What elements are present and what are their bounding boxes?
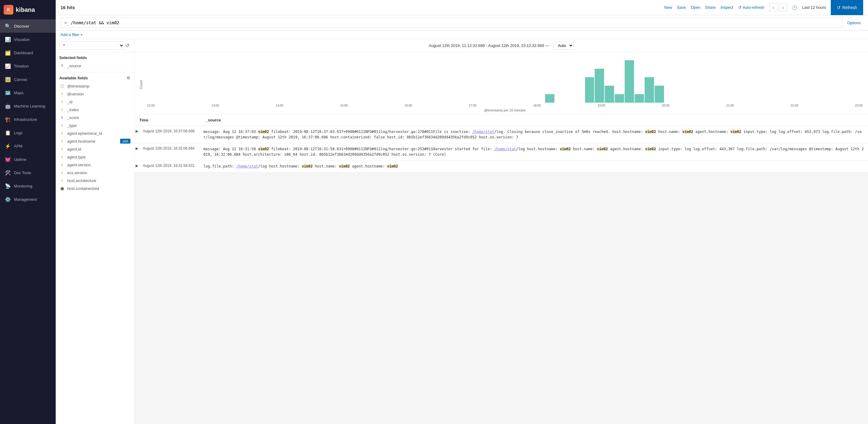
datetime-mode-select[interactable]: Auto (554, 41, 574, 50)
sidebar-item-devtools[interactable]: 🛠️ Dev Tools (0, 166, 56, 179)
results-area: Time ↑ _source ▶ August 12th 2019, 16:37… (134, 115, 868, 172)
discover-icon: 🔍 (5, 23, 11, 29)
row-expand-button[interactable]: ▶ (134, 126, 141, 143)
index-pattern-select[interactable]: * (59, 41, 124, 50)
auto-refresh-button[interactable]: ↺ Auto-refresh (738, 5, 765, 10)
dashboard-icon: 🗂️ (5, 50, 11, 56)
host-arch-type-icon: t (59, 178, 65, 183)
sidebar-item-infrastructure[interactable]: 🏗️ Infrastructure (0, 113, 56, 126)
sidebar-item-uptime[interactable]: 💓 Uptime (0, 153, 56, 166)
source-type-icon: ? (59, 63, 65, 68)
sidebar: K kibana 🔍 Discover 📊 Visualize 🗂️ Dashb… (0, 0, 56, 424)
sidebar-item-logs[interactable]: 📋 Logs (0, 126, 56, 139)
row-time: August 12th 2019, 16:37:06.696 (141, 126, 201, 143)
field-name: _type (67, 123, 77, 128)
sidebar-item-machine-learning[interactable]: 🤖 Machine Learning (0, 99, 56, 113)
histogram-bars (147, 57, 863, 103)
histogram-bar[interactable] (655, 86, 664, 103)
histogram-bar[interactable] (585, 77, 594, 103)
histogram-bar[interactable] (634, 94, 644, 103)
infra-icon: 🏗️ (5, 116, 11, 122)
col-time-header: Time ↑ (139, 118, 206, 122)
devtools-icon: 🛠️ (5, 170, 11, 176)
x-tick-label: 14:00 (276, 104, 283, 107)
field-item-id[interactable]: t _id (56, 98, 134, 106)
kibana-logo-icon: K (4, 5, 13, 15)
canvas-icon: 🖼️ (5, 76, 11, 82)
monitoring-icon: 📡 (5, 183, 11, 189)
body-area: * ↺ Selected fields ? _source Available … (56, 39, 868, 424)
field-item-agent-id[interactable]: t agent.id (56, 145, 134, 153)
open-button[interactable]: Open (691, 5, 700, 10)
new-button[interactable]: New (664, 5, 672, 10)
row-time: August 12th 2019, 16:32:06.684 (141, 143, 201, 160)
field-item-agent-hostname[interactable]: t agent.hostname add (56, 137, 134, 145)
index-type-icon: t (59, 107, 65, 112)
time-back-button[interactable]: ‹ (769, 3, 777, 12)
sidebar-item-discover[interactable]: 🔍 Discover (0, 19, 56, 33)
sidebar-item-label: Uptime (14, 157, 26, 162)
index-refresh-button[interactable]: ↺ (124, 43, 130, 49)
sidebar-item-label: Dashboard (14, 51, 33, 55)
sidebar-item-label: APM (14, 144, 22, 148)
sidebar-item-timelion[interactable]: 📈 Timelion (0, 59, 56, 73)
field-name: agent.id (67, 147, 81, 151)
sidebar-item-maps[interactable]: 🗺️ Maps (0, 86, 56, 99)
ml-icon: 🤖 (5, 103, 11, 109)
highlight-vim02-4: vim02 (645, 147, 656, 151)
search-input[interactable] (71, 20, 838, 25)
host-container-type-icon: ⬤ (59, 186, 65, 191)
highlight-vim02: vim02 (258, 130, 269, 134)
refresh-button[interactable]: ↺ Refresh (831, 0, 863, 15)
filter-bar: Add a filter + (56, 31, 868, 39)
field-item-agent-type[interactable]: t agent.type (56, 153, 134, 161)
histogram-bar[interactable] (615, 94, 624, 103)
agent-version-type-icon: t (59, 162, 65, 168)
x-tick-label: 23:00 (855, 104, 863, 107)
sidebar-item-label: Infrastructure (14, 117, 37, 122)
highlight-vim02: vim02 (258, 147, 269, 151)
x-tick-label: 18:00 (533, 104, 541, 107)
field-item-index[interactable]: t _index (56, 106, 134, 114)
field-item-version[interactable]: t @version (56, 90, 134, 98)
share-button[interactable]: Share (705, 5, 716, 10)
options-link[interactable]: Options (845, 21, 863, 25)
field-item-type[interactable]: t _type (56, 121, 134, 129)
highlight-path: /home/stat (472, 130, 494, 134)
sidebar-item-label: Visualize (14, 37, 30, 42)
histogram-bar[interactable] (545, 94, 554, 103)
sidebar-item-visualize[interactable]: 📊 Visualize (0, 33, 56, 46)
field-item-timestamp[interactable]: 🕐 @timestamp (56, 82, 134, 90)
field-name: agent.ephemeral_id (67, 131, 102, 136)
add-agent-hostname-button[interactable]: add (120, 139, 130, 144)
sidebar-item-dashboard[interactable]: 🗂️ Dashboard (0, 46, 56, 59)
inspect-button[interactable]: Inspect (721, 5, 733, 10)
sidebar-item-management[interactable]: ⚙️ Management (0, 193, 56, 206)
field-name: host.containerized (67, 186, 99, 191)
field-item-score[interactable]: # _score (56, 114, 134, 121)
search-input-wrap: >_ (61, 18, 842, 28)
add-filter-button[interactable]: Add a filter + (61, 32, 83, 37)
field-item-ecs-version[interactable]: t ecs.version (56, 169, 134, 176)
row-expand-button[interactable]: ▶ (134, 143, 141, 160)
histogram-bar[interactable] (605, 86, 614, 103)
score-type-icon: # (59, 115, 65, 120)
apm-icon: ⚡ (5, 143, 11, 149)
row-expand-button[interactable]: ▶ (134, 161, 141, 172)
sidebar-item-apm[interactable]: ⚡ APM (0, 139, 56, 153)
right-panel: August 12th 2019, 11:12:32.689 - August … (134, 39, 868, 424)
histogram-bar[interactable] (595, 69, 604, 103)
histogram-bar[interactable] (625, 60, 634, 103)
field-item-host-containerized[interactable]: ⬤ host.containerized (56, 185, 134, 192)
sort-icon: ↑ (150, 118, 151, 122)
field-item-agent-version[interactable]: t agent.version (56, 161, 134, 169)
sidebar-item-monitoring[interactable]: 📡 Monitoring (0, 179, 56, 193)
uptime-icon: 💓 (5, 156, 11, 162)
fields-settings-button[interactable]: ⚙ (126, 76, 130, 80)
save-button[interactable]: Save (677, 5, 686, 10)
sidebar-item-canvas[interactable]: 🖼️ Canvas (0, 73, 56, 86)
time-forward-button[interactable]: › (779, 3, 787, 12)
histogram-bar[interactable] (645, 77, 654, 103)
field-item-host-architecture[interactable]: t host.architecture (56, 176, 134, 185)
field-item-agent-ephemeral[interactable]: t agent.ephemeral_id (56, 129, 134, 137)
